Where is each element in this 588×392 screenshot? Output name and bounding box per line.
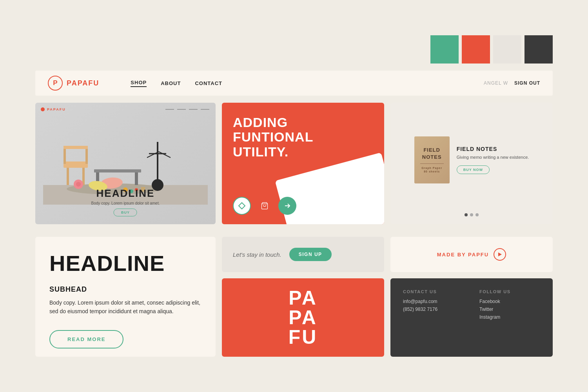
svg-rect-3 <box>82 165 85 185</box>
field-notes-book: FIELD NOTES Graph Paper80 sheets <box>414 136 450 183</box>
diamond-icon-button[interactable] <box>233 197 251 215</box>
fn-dot-2[interactable] <box>470 213 473 216</box>
utility-card: ADDING FUNTIONAL UTILITY. <box>222 103 384 224</box>
follow-title: FOLLOW US <box>479 289 540 294</box>
svg-point-19 <box>76 182 81 187</box>
hero-headline: HEADLINE <box>91 187 160 200</box>
nav-user: ANGEL W <box>484 80 508 86</box>
field-notes-card: FIELD NOTES Graph Paper80 sheets FIELD N… <box>390 103 553 224</box>
utility-headline: ADDING FUNTIONAL UTILITY. <box>233 115 373 159</box>
bottom-section: HEADLINE SUBHEAD Body copy. Lorem ipsum … <box>35 237 553 357</box>
arrow-icon-button[interactable] <box>278 197 296 215</box>
arrow-icon <box>283 202 291 210</box>
made-by-text: MADE BY PAPFU <box>437 252 489 258</box>
swatch-dark <box>524 35 553 64</box>
svg-rect-2 <box>67 165 69 185</box>
newsletter-card: Let's stay in touch. SIGN UP <box>222 237 384 272</box>
utility-icons <box>233 197 373 215</box>
nav-shop[interactable]: SHOP <box>131 80 147 87</box>
field-notes-inner: FIELD NOTES Graph Paper80 sheets FIELD N… <box>414 111 529 209</box>
contact-title: CONTACT US <box>403 289 464 294</box>
diamond-icon <box>238 202 246 210</box>
contact-email[interactable]: info@papfu.com <box>403 299 464 304</box>
main-grid: PAPAFU <box>35 103 553 230</box>
hero-dash-2 <box>177 109 186 110</box>
swatches-row <box>35 35 553 64</box>
fn-dots <box>465 213 479 216</box>
swatch-green <box>430 35 459 64</box>
content-subhead: SUBHEAD <box>49 285 201 294</box>
papafu-big-text: PA PA FU <box>289 288 318 347</box>
footer-card: CONTACT US info@papfu.com (852) 9832 717… <box>390 278 553 357</box>
fn-title: FIELD NOTES <box>457 146 529 152</box>
newsletter-text: Let's stay in touch. <box>233 251 281 258</box>
cart-icon-button[interactable] <box>256 197 274 215</box>
hero-card: PAPAFU <box>35 103 216 224</box>
made-by-icon <box>494 248 506 261</box>
logo-icon: P <box>48 76 63 91</box>
twitter-link[interactable]: Twitter <box>479 307 540 312</box>
svg-rect-7 <box>64 146 88 149</box>
hero-dash-4 <box>201 109 209 110</box>
facebook-link[interactable]: Facebook <box>479 299 540 304</box>
hero-body: Body copy. Lorem ipsum dolor sit amet. <box>91 201 160 205</box>
hero-mini-dot <box>41 107 45 111</box>
nav-about[interactable]: ABOUT <box>161 80 181 86</box>
content-card: HEADLINE SUBHEAD Body copy. Lorem ipsum … <box>35 237 216 357</box>
swatch-red <box>462 35 490 64</box>
svg-line-14 <box>159 152 171 158</box>
hero-mini-header: PAPAFU <box>41 107 66 111</box>
nav-right: ANGEL W SIGN OUT <box>484 80 540 86</box>
fn-buy-button[interactable]: BUY NOW <box>457 165 490 174</box>
contact-section: CONTACT US info@papfu.com (852) 9832 717… <box>403 289 464 346</box>
hero-dash-3 <box>189 109 198 110</box>
fn-dot-3[interactable] <box>475 213 479 216</box>
nav-links: SHOP ABOUT CONTACT <box>131 80 222 87</box>
instagram-link[interactable]: Instagram <box>479 314 540 320</box>
nav-contact[interactable]: CONTACT <box>195 80 222 86</box>
svg-rect-4 <box>64 162 88 168</box>
field-notes-text: FIELD NOTES Giving memo writing a new ex… <box>457 146 529 174</box>
signup-button[interactable]: SIGN UP <box>289 248 332 261</box>
hero-dash-1 <box>165 109 174 110</box>
nav-signout[interactable]: SIGN OUT <box>514 80 540 86</box>
navbar: P PAPAFU SHOP ABOUT CONTACT ANGEL W SIGN… <box>35 71 553 96</box>
hero-buy-button[interactable]: BUY <box>114 209 137 216</box>
papafu-logo-card: PA PA FU <box>222 278 384 357</box>
content-body: Body copy. Lorem ipsum dolor sit amet, c… <box>49 298 201 316</box>
hero-headline-overlay: HEADLINE Body copy. Lorem ipsum dolor si… <box>91 187 160 216</box>
hero-inner: PAPAFU <box>35 103 216 224</box>
swatch-cream <box>493 35 521 64</box>
svg-rect-8 <box>94 169 141 172</box>
logo-area: P PAPAFU <box>48 76 99 91</box>
read-more-button[interactable]: READ MORE <box>49 330 123 348</box>
svg-rect-11 <box>157 142 158 185</box>
hero-dashes <box>165 109 209 110</box>
play-icon <box>497 252 503 257</box>
cart-icon <box>261 202 269 210</box>
logo-text: PAPAFU <box>67 79 99 87</box>
svg-rect-10 <box>135 172 138 185</box>
made-by-card: MADE BY PAPFU <box>390 237 553 272</box>
hero-mini-brand: PAPAFU <box>47 107 66 111</box>
contact-phone[interactable]: (852) 9832 7176 <box>403 307 464 312</box>
svg-marker-24 <box>239 203 245 209</box>
fn-desc: Giving memo writing a new existence. <box>457 154 529 160</box>
follow-section: FOLLOW US Facebook Twitter Instagram <box>479 289 540 346</box>
svg-marker-27 <box>498 252 502 256</box>
fn-dot-1[interactable] <box>465 213 468 216</box>
content-headline: HEADLINE <box>49 252 201 274</box>
